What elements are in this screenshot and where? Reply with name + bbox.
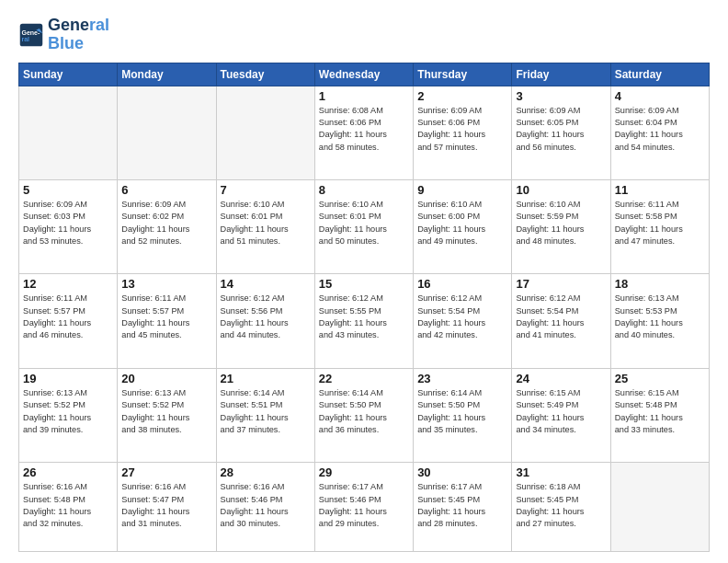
day-number: 8 [319, 183, 409, 197]
day-info: Sunrise: 6:13 AMSunset: 5:53 PMDaylight:… [615, 293, 705, 341]
calendar-day-header: Monday [118, 63, 216, 86]
day-info: Sunrise: 6:12 AMSunset: 5:56 PMDaylight:… [221, 293, 311, 341]
day-number: 13 [121, 277, 211, 291]
calendar-cell: 4Sunrise: 6:09 AMSunset: 6:04 PMDaylight… [610, 86, 709, 179]
calendar-cell: 26Sunrise: 6:16 AMSunset: 5:48 PMDayligh… [19, 463, 118, 552]
day-number: 24 [516, 372, 606, 385]
day-info: Sunrise: 6:17 AMSunset: 5:45 PMDaylight:… [417, 481, 507, 530]
calendar-day-header: Friday [512, 63, 610, 86]
day-info: Sunrise: 6:14 AMSunset: 5:50 PMDaylight:… [417, 387, 507, 436]
calendar-cell: 15Sunrise: 6:12 AMSunset: 5:55 PMDayligh… [314, 274, 413, 368]
day-number: 21 [221, 372, 311, 385]
day-info: Sunrise: 6:15 AMSunset: 5:49 PMDaylight:… [516, 387, 606, 436]
calendar-cell: 12Sunrise: 6:11 AMSunset: 5:57 PMDayligh… [19, 274, 118, 368]
calendar-cell: 5Sunrise: 6:09 AMSunset: 6:03 PMDaylight… [19, 180, 118, 274]
day-number: 23 [417, 372, 507, 385]
calendar-cell: 16Sunrise: 6:12 AMSunset: 5:54 PMDayligh… [414, 274, 512, 368]
day-number: 15 [319, 277, 409, 291]
calendar-day-header: Sunday [19, 63, 118, 86]
day-number: 5 [23, 183, 113, 197]
day-info: Sunrise: 6:14 AMSunset: 5:50 PMDaylight:… [319, 387, 409, 436]
page: Gene- ral GeneralBlue SundayMondayTuesda… [0, 0, 728, 563]
day-info: Sunrise: 6:13 AMSunset: 5:52 PMDaylight:… [23, 387, 113, 436]
day-number: 6 [121, 183, 211, 197]
calendar-table: SundayMondayTuesdayWednesdayThursdayFrid… [18, 63, 710, 552]
day-number: 10 [516, 183, 606, 197]
calendar-week-row: 5Sunrise: 6:09 AMSunset: 6:03 PMDaylight… [19, 180, 710, 274]
calendar-day-header: Tuesday [216, 63, 314, 86]
day-info: Sunrise: 6:11 AMSunset: 5:58 PMDaylight:… [615, 199, 705, 247]
calendar-cell: 31Sunrise: 6:18 AMSunset: 5:45 PMDayligh… [512, 463, 610, 552]
calendar-cell: 27Sunrise: 6:16 AMSunset: 5:47 PMDayligh… [118, 463, 216, 552]
day-number: 19 [23, 372, 113, 385]
calendar-header-row: SundayMondayTuesdayWednesdayThursdayFrid… [19, 63, 710, 86]
day-info: Sunrise: 6:10 AMSunset: 5:59 PMDaylight:… [516, 199, 606, 247]
svg-text:ral: ral [22, 36, 30, 42]
calendar-cell: 20Sunrise: 6:13 AMSunset: 5:52 PMDayligh… [118, 368, 216, 462]
day-number: 31 [516, 465, 606, 479]
calendar-day-header: Thursday [414, 63, 512, 86]
day-info: Sunrise: 6:15 AMSunset: 5:48 PMDaylight:… [615, 387, 705, 436]
day-number: 16 [417, 277, 507, 291]
calendar-cell: 10Sunrise: 6:10 AMSunset: 5:59 PMDayligh… [512, 180, 610, 274]
day-number: 14 [221, 277, 311, 291]
day-info: Sunrise: 6:10 AMSunset: 6:01 PMDaylight:… [319, 199, 409, 247]
day-number: 26 [23, 465, 113, 479]
calendar-cell: 22Sunrise: 6:14 AMSunset: 5:50 PMDayligh… [314, 368, 413, 462]
day-number: 11 [615, 183, 705, 197]
calendar-cell: 17Sunrise: 6:12 AMSunset: 5:54 PMDayligh… [512, 274, 610, 368]
calendar-cell [216, 86, 314, 179]
day-number: 12 [23, 277, 113, 291]
day-number: 27 [121, 465, 211, 479]
day-info: Sunrise: 6:11 AMSunset: 5:57 PMDaylight:… [121, 293, 211, 341]
calendar-cell: 24Sunrise: 6:15 AMSunset: 5:49 PMDayligh… [512, 368, 610, 462]
day-number: 7 [221, 183, 311, 197]
day-info: Sunrise: 6:14 AMSunset: 5:51 PMDaylight:… [221, 387, 311, 436]
calendar-cell: 21Sunrise: 6:14 AMSunset: 5:51 PMDayligh… [216, 368, 314, 462]
day-info: Sunrise: 6:09 AMSunset: 6:03 PMDaylight:… [23, 199, 113, 247]
calendar-cell [610, 463, 709, 552]
calendar-week-row: 1Sunrise: 6:08 AMSunset: 6:06 PMDaylight… [19, 86, 710, 179]
day-info: Sunrise: 6:16 AMSunset: 5:48 PMDaylight:… [23, 481, 113, 530]
day-info: Sunrise: 6:16 AMSunset: 5:47 PMDaylight:… [121, 481, 211, 530]
day-number: 20 [121, 372, 211, 385]
day-info: Sunrise: 6:09 AMSunset: 6:02 PMDaylight:… [121, 199, 211, 247]
logo-icon: Gene- ral [18, 22, 44, 48]
calendar-day-header: Wednesday [314, 63, 413, 86]
calendar-day-header: Saturday [610, 63, 709, 86]
day-number: 2 [417, 89, 507, 103]
day-info: Sunrise: 6:11 AMSunset: 5:57 PMDaylight:… [23, 293, 113, 341]
day-info: Sunrise: 6:12 AMSunset: 5:55 PMDaylight:… [319, 293, 409, 341]
calendar-cell: 8Sunrise: 6:10 AMSunset: 6:01 PMDaylight… [314, 180, 413, 274]
day-info: Sunrise: 6:10 AMSunset: 6:01 PMDaylight:… [221, 199, 311, 247]
calendar-cell: 7Sunrise: 6:10 AMSunset: 6:01 PMDaylight… [216, 180, 314, 274]
calendar-cell: 6Sunrise: 6:09 AMSunset: 6:02 PMDaylight… [118, 180, 216, 274]
day-number: 17 [516, 277, 606, 291]
day-number: 1 [319, 89, 409, 103]
calendar-cell: 28Sunrise: 6:16 AMSunset: 5:46 PMDayligh… [216, 463, 314, 552]
day-number: 3 [516, 89, 606, 103]
logo: Gene- ral GeneralBlue [18, 17, 109, 53]
day-number: 22 [319, 372, 409, 385]
day-info: Sunrise: 6:18 AMSunset: 5:45 PMDaylight:… [516, 481, 606, 530]
calendar-cell: 13Sunrise: 6:11 AMSunset: 5:57 PMDayligh… [118, 274, 216, 368]
calendar-week-row: 12Sunrise: 6:11 AMSunset: 5:57 PMDayligh… [19, 274, 710, 368]
day-number: 28 [221, 465, 311, 479]
day-info: Sunrise: 6:09 AMSunset: 6:05 PMDaylight:… [516, 105, 606, 154]
calendar-cell: 2Sunrise: 6:09 AMSunset: 6:06 PMDaylight… [414, 86, 512, 179]
calendar-cell [19, 86, 118, 179]
day-info: Sunrise: 6:08 AMSunset: 6:06 PMDaylight:… [319, 105, 409, 154]
calendar-cell: 30Sunrise: 6:17 AMSunset: 5:45 PMDayligh… [414, 463, 512, 552]
calendar-cell: 29Sunrise: 6:17 AMSunset: 5:46 PMDayligh… [314, 463, 413, 552]
calendar-cell: 11Sunrise: 6:11 AMSunset: 5:58 PMDayligh… [610, 180, 709, 274]
day-number: 25 [615, 372, 705, 385]
day-info: Sunrise: 6:09 AMSunset: 6:04 PMDaylight:… [615, 105, 705, 154]
day-info: Sunrise: 6:09 AMSunset: 6:06 PMDaylight:… [417, 105, 507, 154]
calendar-cell: 18Sunrise: 6:13 AMSunset: 5:53 PMDayligh… [610, 274, 709, 368]
day-number: 4 [615, 89, 705, 103]
calendar-week-row: 26Sunrise: 6:16 AMSunset: 5:48 PMDayligh… [19, 463, 710, 552]
calendar-cell: 23Sunrise: 6:14 AMSunset: 5:50 PMDayligh… [414, 368, 512, 462]
calendar-cell: 3Sunrise: 6:09 AMSunset: 6:05 PMDaylight… [512, 86, 610, 179]
calendar-cell: 19Sunrise: 6:13 AMSunset: 5:52 PMDayligh… [19, 368, 118, 462]
calendar-week-row: 19Sunrise: 6:13 AMSunset: 5:52 PMDayligh… [19, 368, 710, 462]
